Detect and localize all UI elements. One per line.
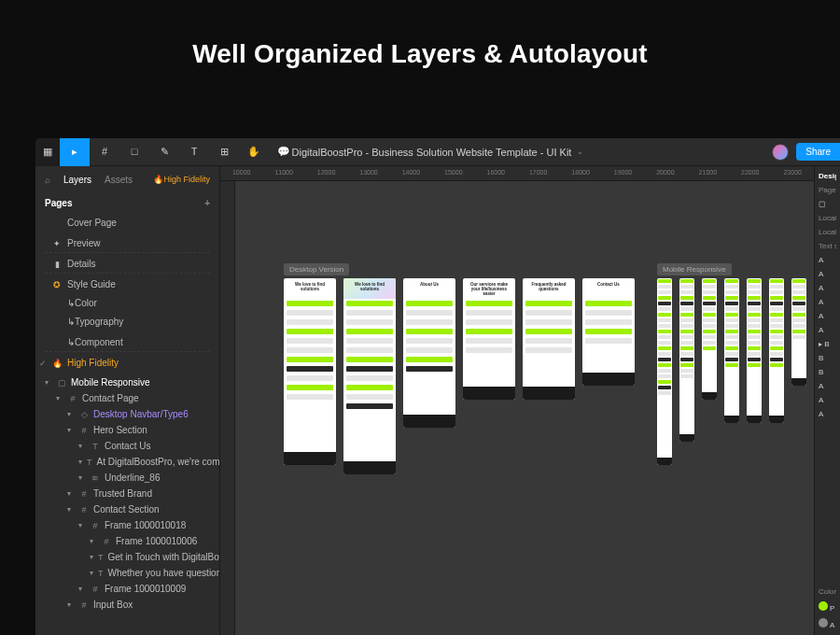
layer-row[interactable]: ▾#Contact Page (35, 390, 219, 406)
ruler-tick: 16000 (475, 166, 517, 180)
text-tool[interactable]: T (179, 138, 209, 166)
page-item[interactable]: ✪Style Guide (35, 275, 219, 294)
layer-row[interactable]: ▾#Contact Section (35, 501, 219, 517)
artboard-mobile[interactable] (657, 278, 672, 465)
artboard-mobile[interactable] (747, 278, 762, 423)
mobile-artboards (657, 278, 806, 465)
search-icon[interactable]: ⌕ (45, 175, 50, 185)
ruler-tick: 18000 (559, 166, 601, 180)
document-title[interactable]: DigitalBoostPro - Business Solution Webs… (292, 147, 584, 158)
ruler-tick: 21000 (687, 166, 729, 180)
tab-design[interactable]: Desig (819, 172, 836, 180)
tab-assets[interactable]: Assets (105, 175, 133, 185)
section-label-mobile[interactable]: Mobile Responsive (657, 263, 732, 275)
share-button[interactable]: Share (796, 143, 840, 161)
figma-app-window: ▦ ▸ # □ ✎ T ⊞ ✋ 💬 DigitalBoostPro - Busi… (35, 138, 840, 635)
toolbar: ▦ ▸ # □ ✎ T ⊞ ✋ 💬 DigitalBoostPro - Busi… (35, 138, 840, 166)
artboard-desktop[interactable]: We love to find solutions (343, 278, 396, 474)
ruler-tick: 12000 (305, 166, 347, 180)
add-page-button[interactable]: + (204, 198, 210, 208)
layer-row[interactable]: ▾#Hero Section (35, 422, 219, 438)
page-item[interactable]: ✦Preview (45, 234, 210, 253)
ruler-horizontal: 1000011000120001300014000150001600017000… (220, 166, 814, 181)
artboard-desktop[interactable]: Our services make your life/business eas… (463, 278, 515, 400)
artboard-desktop[interactable]: About Us (403, 278, 455, 428)
ruler-tick: 17000 (517, 166, 559, 180)
resources-tool[interactable]: ⊞ (209, 138, 239, 166)
layer-row[interactable]: ▾≋Underline_86 (35, 470, 219, 486)
layer-row[interactable]: ▾#Frame 1000010006 (35, 533, 219, 549)
figma-logo-menu[interactable]: ▦ (35, 138, 60, 166)
canvas[interactable]: Desktop Version Mobile Responsive We lov… (235, 181, 814, 635)
hand-tool[interactable]: ✋ (239, 138, 269, 166)
current-page-tag: 🔥High Fidelity (153, 175, 210, 184)
local-styles-label: Local (819, 228, 836, 236)
page-item[interactable]: ↳Component (45, 333, 210, 352)
color-swatch-accent[interactable]: A (819, 618, 836, 629)
promo-title: Well Organized Layers & Autolayout (0, 0, 840, 101)
ruler-tick: 13000 (347, 166, 389, 180)
page-item[interactable]: ▮Details (45, 255, 210, 274)
ruler-tick: 22000 (729, 166, 771, 180)
color-swatch-primary[interactable]: P (819, 601, 836, 613)
layer-row[interactable]: ▾◇Desktop Navbar/Type6 (35, 406, 219, 422)
move-tool[interactable]: ▸ (60, 138, 90, 166)
tab-layers[interactable]: Layers (63, 175, 91, 185)
layer-row[interactable]: ▾▢Mobile Responsive (35, 374, 219, 390)
artboard-desktop[interactable]: Contact Us (582, 278, 635, 386)
canvas-area[interactable]: 1000011000120001300014000150001600017000… (220, 166, 814, 635)
layer-row[interactable]: ▾#Frame 1000010018 (35, 517, 219, 533)
ruler-tick: 15000 (432, 166, 474, 180)
layer-row[interactable]: ▾TGet in Touch with DigitalBoos... (35, 549, 219, 565)
layer-row[interactable]: ▾TContact Us (35, 438, 219, 454)
page-item-current[interactable]: 🔥High Fidelity (35, 354, 219, 373)
ruler-tick: 14000 (390, 166, 432, 180)
layers-tree: ▾▢Mobile Responsive▾#Contact Page▾◇Deskt… (35, 373, 219, 635)
artboard-mobile[interactable] (769, 278, 784, 423)
layer-row[interactable]: ▾#Input Box (35, 597, 219, 613)
color-styles-label: Color (819, 587, 836, 596)
text-styles-label: Text s (819, 242, 836, 250)
desktop-artboards: We love to find solutionsWe love to find… (284, 278, 635, 474)
pages-header[interactable]: Pages (45, 198, 72, 208)
ruler-vertical (220, 181, 235, 635)
left-panel: ⌕ Layers Assets 🔥High Fidelity Pages + C… (35, 166, 220, 635)
chevron-down-icon: ⌄ (577, 148, 583, 156)
page-section-label: Page (819, 186, 836, 194)
ruler-tick: 19000 (602, 166, 644, 180)
artboard-mobile[interactable] (724, 278, 739, 423)
artboard-mobile[interactable] (702, 278, 717, 400)
artboard-mobile[interactable] (791, 278, 806, 386)
artboard-desktop[interactable]: We love to find solutions (284, 278, 336, 465)
layer-row[interactable]: ▾TWhether you have questions ... (35, 565, 219, 581)
ruler-tick: 10000 (220, 166, 262, 180)
shape-tool[interactable]: □ (119, 138, 149, 166)
ruler-tick: 20000 (644, 166, 686, 180)
right-panel: Desig Page ▢ Local Local Text s AAA AAA … (814, 166, 840, 635)
user-avatar[interactable] (772, 144, 789, 161)
page-item[interactable]: ↳Color (35, 294, 219, 313)
ruler-tick: 11000 (262, 166, 304, 180)
layer-row[interactable]: ▾#Trusted Brand (35, 486, 219, 501)
artboard-mobile[interactable] (679, 278, 694, 442)
frame-tool[interactable]: # (90, 138, 119, 166)
pen-tool[interactable]: ✎ (149, 138, 179, 166)
pages-list: Cover Page ✦Preview ▮Details ✪Style Guid… (35, 214, 219, 373)
page-item[interactable]: Cover Page (35, 214, 219, 233)
section-label-desktop[interactable]: Desktop Version (284, 263, 349, 275)
layer-row[interactable]: ▾TAt DigitalBoostPro, we're committed to… (35, 454, 219, 470)
local-variables-label: Local (819, 214, 836, 222)
artboard-desktop[interactable]: Frequently asked questions (523, 278, 575, 400)
ruler-tick: 23000 (771, 166, 813, 180)
page-item[interactable]: ↳Typography (35, 313, 219, 332)
layer-row[interactable]: ▾#Frame 1000010009 (35, 581, 219, 597)
